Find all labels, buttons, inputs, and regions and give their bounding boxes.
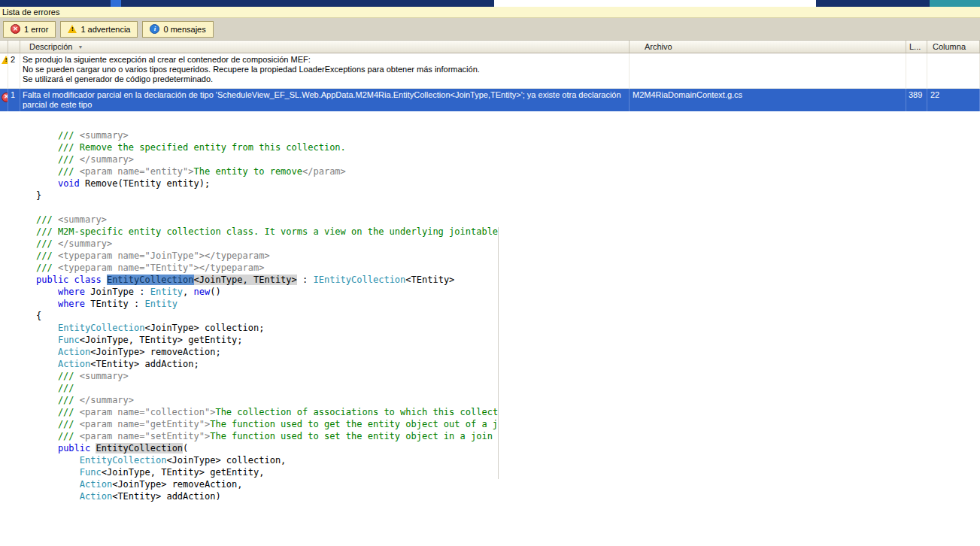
header-column-column[interactable]: Columna — [927, 41, 980, 53]
warnings-filter-label: 1 advertencia — [80, 25, 130, 34]
row-file-cell: M2M4RiaDomainContext.g.cs — [630, 89, 906, 111]
error-icon: ✕ — [11, 24, 20, 34]
panel-title-bar[interactable]: Lista de errores — [0, 7, 980, 18]
header-line-label: L... — [909, 42, 921, 51]
header-line-column[interactable]: L... — [906, 41, 927, 53]
warning-description-line: Se produjo la siguiente excepción al cre… — [23, 55, 624, 65]
row-number-cell: 2 — [8, 53, 20, 88]
code-editor[interactable]: /// <summary> /// Remove the specified e… — [0, 129, 499, 505]
grid-header-row: Descripción ▼ Archivo L... Columna — [0, 41, 980, 53]
header-description-column[interactable]: Descripción ▼ — [20, 41, 630, 53]
panel-title: Lista de errores — [2, 8, 59, 17]
error-icon: ✕ — [2, 93, 8, 102]
row-column-cell: 22 — [927, 89, 980, 111]
row-icon-cell: ! — [0, 53, 8, 88]
titlebar-highlight-fragment — [111, 0, 121, 7]
row-number-cell: 1 — [8, 89, 20, 111]
row-description-cell: Falta el modificador parcial en la decla… — [20, 89, 630, 111]
row-file-cell — [630, 53, 906, 88]
error-list-toolbar: ✕ 1 error ! 1 advertencia i 0 mensajes — [0, 18, 980, 41]
code-area[interactable]: /// <summary> /// Remove the specified e… — [0, 129, 499, 502]
warnings-filter-button[interactable]: ! 1 advertencia — [60, 21, 138, 38]
sort-desc-icon: ▼ — [77, 44, 83, 50]
warning-description-line: Se utilizará el generador de código pred… — [23, 74, 624, 84]
editor-pane-border — [498, 227, 499, 479]
row-line-cell: 389 — [906, 89, 927, 111]
table-row-error-selected[interactable]: ✕ 1 Falta el modificador parcial en la d… — [0, 89, 980, 111]
warning-icon: ! — [68, 25, 77, 33]
error-list-screen: Lista de errores ✕ 1 error ! 1 advertenc… — [0, 0, 980, 546]
titlebar-fragment — [0, 0, 980, 7]
row-description-cell: Se produjo la siguiente excepción al cre… — [20, 53, 630, 88]
row-line-cell — [906, 53, 927, 88]
titlebar-left-fragment — [0, 0, 494, 7]
messages-filter-button[interactable]: i 0 mensajes — [142, 21, 213, 38]
errors-filter-label: 1 error — [24, 25, 48, 34]
table-row-warning[interactable]: ! 2 Se produjo la siguiente excepción al… — [0, 53, 980, 89]
header-file-label: Archivo — [645, 42, 672, 51]
header-file-column[interactable]: Archivo — [630, 41, 906, 53]
header-column-label: Columna — [933, 42, 966, 51]
messages-filter-label: 0 mensajes — [163, 25, 205, 34]
titlebar-teal-fragment — [930, 0, 980, 7]
row-icon-cell: ✕ — [0, 89, 8, 111]
header-description-label: Descripción — [29, 42, 72, 51]
warning-description-line: No se pueden cargar uno o varios tipos r… — [23, 65, 624, 74]
errors-filter-button[interactable]: ✕ 1 error — [3, 21, 56, 38]
row-column-cell — [927, 53, 980, 88]
warning-icon: ! — [2, 56, 8, 64]
header-icon-column — [0, 41, 8, 53]
info-icon: i — [150, 24, 159, 34]
header-number-column — [8, 41, 20, 53]
